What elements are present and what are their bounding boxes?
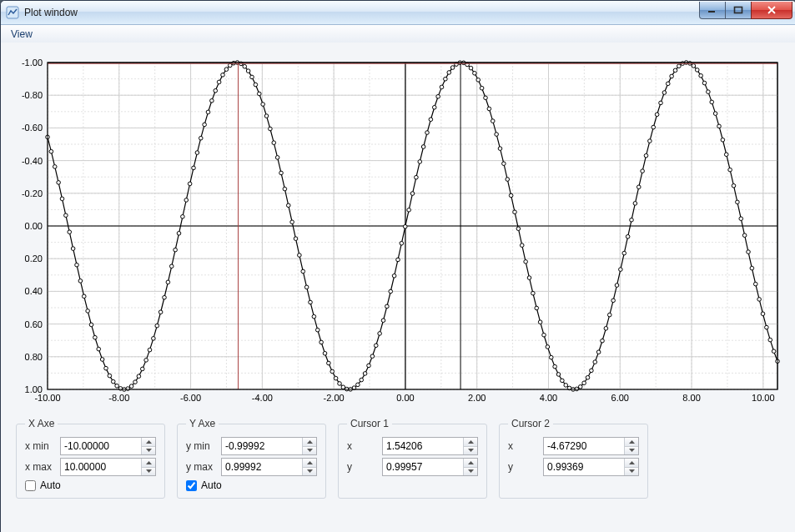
- svg-point-154: [272, 141, 276, 145]
- cursor1-y-input[interactable]: [383, 459, 463, 474]
- cursor2-x-input[interactable]: [544, 439, 624, 454]
- svg-point-275: [713, 112, 717, 116]
- ymin-spin[interactable]: [221, 437, 317, 455]
- svg-point-124: [163, 295, 167, 299]
- xmin-spin[interactable]: [60, 437, 156, 455]
- svg-point-201: [444, 77, 448, 81]
- xmax-input[interactable]: [61, 459, 141, 474]
- svg-point-131: [188, 182, 192, 186]
- group-cursor1: Cursor 1 x y: [338, 418, 487, 499]
- svg-point-260: [659, 101, 663, 105]
- svg-point-290: [768, 338, 772, 342]
- svg-point-234: [564, 384, 568, 388]
- svg-point-135: [203, 123, 207, 127]
- ymax-spin[interactable]: [221, 458, 317, 476]
- group-y-axis: Y Axe y min y max Auto: [177, 418, 326, 499]
- svg-point-242: [593, 360, 597, 364]
- x-auto-checkbox[interactable]: [25, 480, 36, 491]
- svg-point-233: [561, 379, 565, 383]
- spin-down-icon[interactable]: [625, 468, 638, 476]
- svg-point-276: [717, 124, 722, 128]
- svg-point-190: [403, 224, 407, 228]
- menu-view[interactable]: View: [4, 27, 39, 42]
- svg-point-161: [298, 253, 302, 258]
- svg-point-283: [742, 233, 747, 238]
- plot-canvas[interactable]: -10.00-8.00-6.00-4.00-2.000.002.004.006.…: [16, 58, 781, 406]
- minimize-button[interactable]: [699, 2, 726, 19]
- group-x-axis: X Axe x min x max Auto: [16, 418, 165, 499]
- svg-point-271: [699, 73, 703, 78]
- cursor1-x-input[interactable]: [383, 439, 463, 454]
- xmin-input[interactable]: [61, 439, 141, 454]
- svg-point-97: [64, 213, 68, 218]
- svg-point-164: [309, 300, 313, 304]
- spin-down-icon[interactable]: [625, 447, 638, 455]
- spin-up-icon[interactable]: [464, 438, 477, 447]
- cursor2-x-label: x: [508, 440, 543, 452]
- cursor1-x-spin[interactable]: [382, 437, 478, 455]
- svg-point-278: [724, 153, 728, 157]
- y-auto-checkbox[interactable]: [186, 480, 197, 491]
- svg-point-104: [89, 323, 93, 327]
- spin-up-icon[interactable]: [303, 459, 316, 468]
- svg-point-258: [652, 125, 656, 129]
- spin-up-icon[interactable]: [303, 438, 316, 447]
- spin-down-icon[interactable]: [464, 447, 477, 455]
- ymax-input[interactable]: [222, 459, 302, 474]
- cursor2-x-spin[interactable]: [543, 437, 639, 455]
- close-button[interactable]: [751, 2, 792, 19]
- svg-point-264: [673, 68, 677, 73]
- maximize-button[interactable]: [725, 2, 752, 19]
- svg-point-256: [644, 153, 648, 158]
- svg-point-139: [217, 80, 221, 84]
- svg-point-118: [140, 367, 144, 371]
- svg-text:-0.40: -0.40: [22, 156, 43, 166]
- svg-point-138: [214, 88, 218, 93]
- svg-point-289: [765, 325, 769, 329]
- svg-point-166: [315, 328, 320, 332]
- svg-point-249: [619, 268, 623, 272]
- spin-up-icon[interactable]: [625, 459, 638, 468]
- titlebar[interactable]: Plot window: [1, 1, 795, 25]
- spin-up-icon[interactable]: [464, 459, 477, 468]
- svg-point-149: [254, 83, 258, 87]
- svg-point-197: [429, 118, 433, 122]
- spin-down-icon[interactable]: [142, 468, 155, 476]
- spin-down-icon[interactable]: [142, 447, 155, 455]
- x-auto-label[interactable]: Auto: [40, 479, 61, 491]
- spin-down-icon[interactable]: [303, 468, 316, 476]
- spin-up-icon[interactable]: [142, 459, 155, 468]
- plot-area[interactable]: -10.00-8.00-6.00-4.00-2.000.002.004.006.…: [16, 58, 781, 406]
- svg-point-274: [710, 100, 714, 104]
- svg-point-107: [100, 358, 104, 362]
- svg-point-232: [556, 373, 561, 377]
- cursor2-y-input[interactable]: [544, 459, 624, 474]
- svg-point-227: [538, 320, 542, 324]
- svg-point-286: [753, 282, 757, 286]
- spin-down-icon[interactable]: [464, 468, 477, 476]
- ymin-input[interactable]: [222, 439, 302, 454]
- svg-point-259: [655, 113, 659, 117]
- svg-point-262: [666, 82, 670, 86]
- svg-point-125: [166, 280, 170, 284]
- svg-point-116: [133, 380, 138, 384]
- spin-up-icon[interactable]: [625, 438, 638, 447]
- svg-point-155: [275, 156, 279, 160]
- y-auto-label[interactable]: Auto: [201, 479, 222, 491]
- svg-point-188: [396, 258, 400, 262]
- svg-point-291: [772, 349, 776, 354]
- svg-point-224: [527, 276, 531, 280]
- svg-point-214: [491, 119, 495, 123]
- xmax-spin[interactable]: [60, 458, 156, 476]
- svg-point-117: [137, 374, 141, 379]
- svg-point-225: [531, 291, 536, 295]
- svg-text:-4.00: -4.00: [252, 393, 273, 403]
- svg-point-147: [246, 69, 250, 73]
- spin-up-icon[interactable]: [142, 438, 155, 447]
- spin-down-icon[interactable]: [303, 447, 316, 455]
- cursor1-y-spin[interactable]: [382, 458, 478, 476]
- cursor2-y-spin[interactable]: [543, 458, 639, 476]
- svg-point-192: [410, 192, 415, 196]
- svg-point-226: [535, 306, 539, 310]
- svg-point-112: [118, 387, 123, 391]
